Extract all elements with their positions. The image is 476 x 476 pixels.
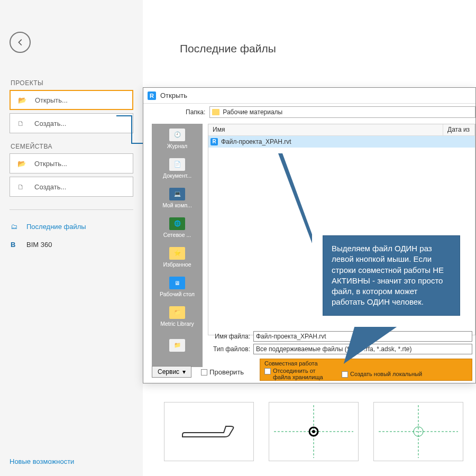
desktop-icon: 🖥 <box>169 277 185 289</box>
place-extra[interactable]: 📁 <box>152 331 203 361</box>
page-title: Последние файлы <box>180 42 276 55</box>
worksharing-title: Совместная работа <box>264 360 318 367</box>
file-row[interactable]: R Файл-проекта_ХРАН.rvt <box>208 136 475 148</box>
file-list-header: Имя Дата из <box>208 124 475 136</box>
folder-dropdown[interactable]: Рабочие материалы <box>209 106 475 118</box>
place-label: Документ... <box>163 172 191 179</box>
place-label: Избранное <box>163 261 191 268</box>
sidebar: ПРОЕКТЫ 📂 Открыть... 🗋 Создать... СЕМЕЙС… <box>0 0 143 476</box>
filetype-label: Тип файлов: <box>208 345 253 353</box>
revit-file-icon: R <box>210 138 218 145</box>
place-label: Metric Library <box>160 321 194 327</box>
connector <box>131 115 132 143</box>
checkbox-label: Проверить <box>209 368 244 376</box>
place-label: Рабочий стол <box>160 291 195 297</box>
service-button[interactable]: Сервис▾ <box>152 366 191 378</box>
arrow-left-icon <box>15 38 25 47</box>
checkbox-icon <box>264 368 271 374</box>
bim360-icon: B <box>11 241 22 249</box>
place-network[interactable]: 🌐Сетевое ... <box>152 213 203 242</box>
thumbnail[interactable] <box>373 402 463 461</box>
back-button[interactable] <box>10 32 31 53</box>
file-new-icon: 🗋 <box>17 120 27 127</box>
divider <box>10 209 133 210</box>
svg-point-3 <box>312 430 315 433</box>
projects-create-button[interactable]: 🗋 Создать... <box>10 113 133 133</box>
folder-value: Рабочие материалы <box>223 108 282 116</box>
projects-open-button[interactable]: 📂 Открыть... <box>10 90 133 110</box>
connector <box>116 115 132 116</box>
detach-checkbox[interactable]: Отсоединить от файла хранилища <box>264 368 331 380</box>
thumbnail-preview-icon <box>379 405 458 458</box>
recent-icon: 🗂 <box>11 223 22 231</box>
place-mycomputer[interactable]: 💻Мой комп... <box>152 183 203 213</box>
nav-label: Последние файлы <box>26 223 86 231</box>
thumbnail[interactable] <box>164 402 254 461</box>
section-projects-label: ПРОЕКТЫ <box>11 79 133 87</box>
chevron-down-icon: ▾ <box>182 368 186 376</box>
thumbnail-preview-icon <box>274 405 353 458</box>
filename-label: Имя файла: <box>208 333 253 340</box>
place-metric-library[interactable]: 📁Metric Library <box>152 301 203 331</box>
thumbnail[interactable] <box>269 402 359 461</box>
button-label: Открыть... <box>35 96 68 104</box>
col-date[interactable]: Дата из <box>443 124 475 135</box>
file-name: Файл-проекта_ХРАН.rvt <box>221 138 291 145</box>
section-families-label: СЕМЕЙСТВА <box>11 143 133 150</box>
button-label: Создать... <box>34 120 66 127</box>
place-desktop[interactable]: 🖥Рабочий стол <box>152 272 203 301</box>
place-label: Сетевое ... <box>163 232 191 238</box>
places-bar: 🕘Журнал 📄Документ... 💻Мой комп... 🌐Сетев… <box>152 124 203 367</box>
col-name[interactable]: Имя <box>208 124 443 135</box>
folder-icon <box>212 109 219 115</box>
checkbox-label: Отсоединить от файла хранилища <box>273 368 331 380</box>
families-open-button[interactable]: 📂 Открыть... <box>10 153 133 173</box>
checkbox-icon <box>201 369 207 376</box>
dialog-title: Открыть <box>160 91 187 99</box>
place-documents[interactable]: 📄Документ... <box>152 153 203 183</box>
folder-icon: 📁 <box>169 339 185 352</box>
folder-open-icon: 📂 <box>18 96 28 104</box>
thumbnail-preview-icon <box>177 421 241 442</box>
revit-icon: R <box>148 91 156 100</box>
nav-bim360[interactable]: B BIM 360 <box>10 235 133 253</box>
folder-open-icon: 📂 <box>17 160 27 168</box>
button-label: Создать... <box>34 183 66 191</box>
dialog-titlebar: R Открыть <box>143 88 475 104</box>
place-label: Журнал <box>167 143 187 149</box>
recent-thumbnails <box>164 402 463 461</box>
newlocal-checkbox[interactable]: Создать новый локальный <box>342 371 422 378</box>
nav-label: BIM 360 <box>26 241 52 249</box>
new-features-link[interactable]: Новые возможности <box>10 457 74 465</box>
button-label: Сервис <box>158 368 179 376</box>
place-favorites[interactable]: ⭐Избранное <box>152 242 203 272</box>
history-icon: 🕘 <box>169 129 185 141</box>
folder-icon: 📁 <box>169 306 185 319</box>
dialog-bottom-bar: Сервис▾ Проверить <box>152 366 244 378</box>
nav-recent-files[interactable]: 🗂 Последние файлы <box>10 217 133 235</box>
verify-checkbox[interactable]: Проверить <box>201 368 244 376</box>
network-icon: 🌐 <box>169 217 185 230</box>
families-create-button[interactable]: 🗋 Создать... <box>10 177 133 197</box>
computer-icon: 💻 <box>169 188 185 200</box>
checkbox-label: Создать новый локальный <box>350 371 422 377</box>
document-icon: 📄 <box>169 158 185 171</box>
button-label: Открыть... <box>34 160 67 168</box>
star-icon: ⭐ <box>169 247 185 260</box>
place-label: Мой комп... <box>162 202 192 208</box>
checkbox-icon <box>342 371 348 378</box>
place-history[interactable]: 🕘Журнал <box>152 124 203 153</box>
folder-row: Папка: Рабочие материалы <box>143 104 475 121</box>
instruction-callout: Выделяем файл ОДИН раз левой кнопкой мыш… <box>323 235 460 316</box>
file-new-icon: 🗋 <box>17 183 27 191</box>
folder-label: Папка: <box>186 108 205 116</box>
